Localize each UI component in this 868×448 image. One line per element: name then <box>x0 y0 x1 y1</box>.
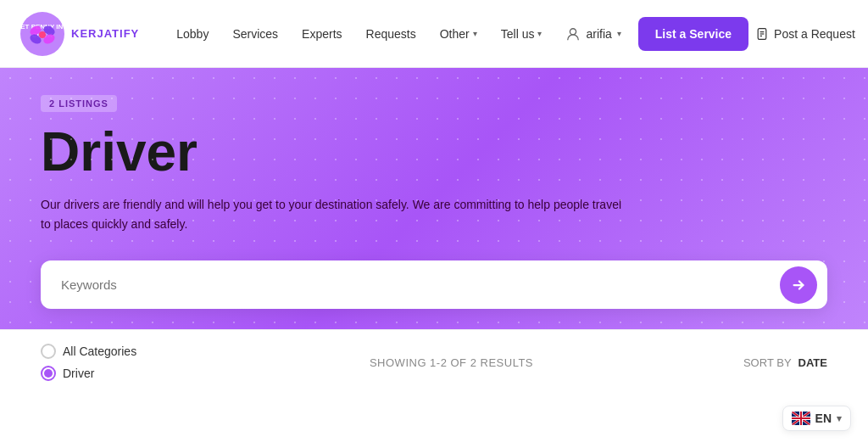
search-button[interactable] <box>780 266 817 304</box>
svg-text:GET PENNY IN A: GET PENNY IN A <box>20 23 64 31</box>
nav-other[interactable]: Other ▾ <box>430 20 487 48</box>
language-code: EN <box>815 412 832 425</box>
nav-tellus-chevron-icon: ▾ <box>537 29 542 38</box>
logo-icon: GET PENNY IN A CLICK <box>20 12 64 56</box>
language-chevron-icon: ▾ <box>837 413 842 424</box>
header: GET PENNY IN A CLICK KERJATIFY Lobby Ser… <box>0 0 868 68</box>
nav-tellus[interactable]: Tell us ▾ <box>491 20 553 48</box>
sort-label: SORT BY <box>743 356 792 369</box>
results-info: SHOWING 1-2 OF 2 RESULTS <box>180 356 723 369</box>
filter-options: All Categories Driver <box>41 344 159 381</box>
nav-lobby-label: Lobby <box>176 27 209 41</box>
svg-point-8 <box>570 28 576 34</box>
post-request-label: Post a Request <box>774 27 855 41</box>
arrow-right-icon <box>791 277 806 293</box>
hero-description: Our drivers are friendly and will help y… <box>41 195 634 233</box>
list-service-button[interactable]: List a Service <box>638 17 748 51</box>
sort-area: SORT BY DATE <box>743 356 827 369</box>
nav-requests[interactable]: Requests <box>356 20 426 48</box>
filter-area: All Categories Driver SHOWING 1-2 OF 2 R… <box>0 329 868 395</box>
nav-experts[interactable]: Experts <box>292 20 352 48</box>
radio-all-icon <box>41 344 56 359</box>
nav-services-label: Services <box>232 27 278 41</box>
main-nav: Lobby Services Experts Requests Other ▾ … <box>166 20 632 48</box>
language-switcher[interactable]: EN ▾ <box>782 406 851 431</box>
flag-uk-icon <box>792 412 810 425</box>
nav-other-chevron-icon: ▾ <box>473 29 477 38</box>
nav-tellus-label: Tell us <box>501 27 535 41</box>
listings-badge: 2 LISTINGS <box>41 95 117 112</box>
hero-title: Driver <box>41 122 827 182</box>
nav-experts-label: Experts <box>302 27 342 41</box>
nav-user[interactable]: arifia ▾ <box>555 20 631 48</box>
search-wrapper <box>41 260 827 329</box>
search-input[interactable] <box>41 260 827 309</box>
hero-section: 2 LISTINGS Driver Our drivers are friend… <box>0 68 868 329</box>
nav-services[interactable]: Services <box>222 20 288 48</box>
filter-all-label: All Categories <box>63 344 136 358</box>
svg-rect-22 <box>792 417 810 419</box>
filter-driver-label: Driver <box>63 367 94 380</box>
filter-all-categories[interactable]: All Categories <box>41 344 159 359</box>
filter-driver[interactable]: Driver <box>41 366 159 381</box>
radio-driver-icon <box>41 366 56 381</box>
nav-username: arifia <box>586 27 611 41</box>
nav-other-label: Other <box>440 27 470 41</box>
post-request-button[interactable]: Post a Request <box>755 27 855 41</box>
document-icon <box>755 27 769 41</box>
svg-point-7 <box>39 31 46 38</box>
sort-value[interactable]: DATE <box>798 356 827 369</box>
logo-text: KERJATIFY <box>71 27 139 40</box>
nav-requests-label: Requests <box>366 27 416 41</box>
logo-area[interactable]: GET PENNY IN A CLICK KERJATIFY <box>20 12 139 56</box>
search-container <box>41 260 827 309</box>
user-icon <box>565 26 581 42</box>
nav-lobby[interactable]: Lobby <box>166 20 219 48</box>
nav-user-chevron-icon: ▾ <box>617 29 621 38</box>
radio-driver-inner <box>44 369 53 378</box>
